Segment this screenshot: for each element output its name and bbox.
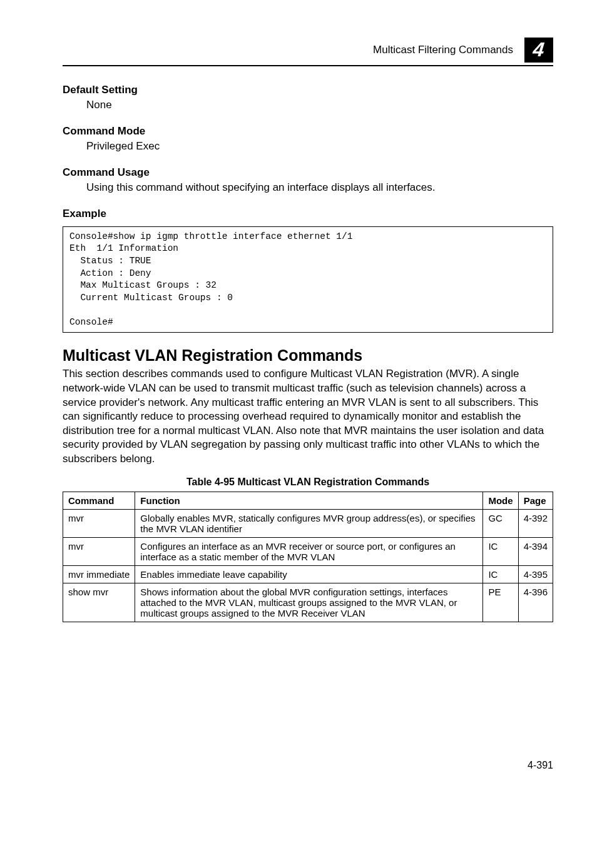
command-usage-body: Using this command without specifying an…: [86, 181, 553, 195]
cell-mode: IC: [483, 537, 518, 565]
cell-page: 4-396: [518, 583, 553, 622]
th-page: Page: [518, 492, 553, 509]
command-usage-title: Command Usage: [63, 166, 553, 179]
example-title: Example: [63, 208, 553, 220]
cell-function: Shows information about the global MVR c…: [135, 583, 483, 622]
cell-mode: IC: [483, 565, 518, 583]
default-setting-title: Default Setting: [63, 84, 553, 96]
chapter-number: 4: [532, 39, 545, 59]
cell-function: Enables immediate leave capability: [135, 565, 483, 583]
cell-command: mvr immediate: [63, 565, 135, 583]
command-mode-body: Privileged Exec: [86, 139, 553, 154]
running-header: Multicast Filtering Commands 4: [63, 38, 553, 63]
cell-function: Configures an interface as an MVR receiv…: [135, 537, 483, 565]
header-rule: [63, 65, 553, 66]
page-number: 4-391: [63, 760, 553, 771]
th-mode: Mode: [483, 492, 518, 509]
table-row: show mvr Shows information about the glo…: [63, 583, 553, 622]
cell-page: 4-392: [518, 509, 553, 537]
cell-command: mvr: [63, 537, 135, 565]
example-console-output: Console#show ip igmp throttle interface …: [63, 226, 553, 333]
cell-mode: PE: [483, 583, 518, 622]
section-heading-mvr: Multicast VLAN Registration Commands: [63, 346, 553, 365]
intro-paragraph: This section describes commands used to …: [63, 367, 553, 466]
cell-page: 4-395: [518, 565, 553, 583]
cell-mode: GC: [483, 509, 518, 537]
table-caption: Table 4-95 Multicast VLAN Registration C…: [63, 477, 553, 488]
running-header-text: Multicast Filtering Commands: [373, 44, 513, 56]
table-row: mvr immediate Enables immediate leave ca…: [63, 565, 553, 583]
table-row: mvr Globally enables MVR, statically con…: [63, 509, 553, 537]
cell-page: 4-394: [518, 537, 553, 565]
cell-function: Globally enables MVR, statically configu…: [135, 509, 483, 537]
table-row: mvr Configures an interface as an MVR re…: [63, 537, 553, 565]
chapter-badge: 4: [524, 38, 553, 63]
command-mode-title: Command Mode: [63, 125, 553, 138]
cell-command: mvr: [63, 509, 135, 537]
default-setting-body: None: [86, 98, 553, 113]
th-command: Command: [63, 492, 135, 509]
th-function: Function: [135, 492, 483, 509]
cell-command: show mvr: [63, 583, 135, 622]
commands-table: Command Function Mode Page mvr Globally …: [63, 492, 553, 622]
